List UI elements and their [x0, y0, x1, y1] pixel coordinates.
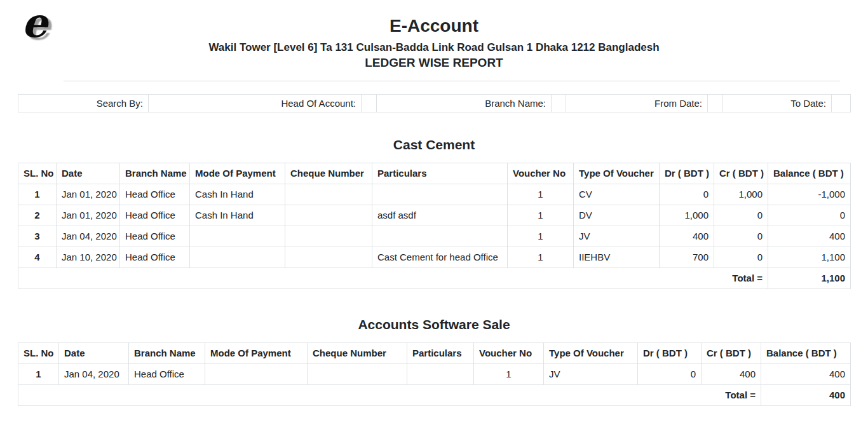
- column-header-branch-name: Branch Name: [120, 163, 190, 184]
- total-label: Total =: [18, 384, 761, 405]
- ledger-section-title: Accounts Software Sale: [0, 317, 868, 332]
- column-header-cheque-number: Cheque Number: [285, 163, 372, 184]
- cell-balance-bdt: -1,000: [768, 184, 851, 205]
- cell-cheque-number: [285, 205, 372, 226]
- cell-branch-name: Head Office: [120, 184, 190, 205]
- column-header-type-of-voucher: Type Of Voucher: [544, 342, 638, 363]
- cell-date: Jan 01, 2020: [57, 205, 120, 226]
- column-header-balance-bdt: Balance ( BDT ): [768, 163, 851, 184]
- cell-cr-bdt: 0: [714, 247, 768, 268]
- cell-mode-of-payment: Cash In Hand: [190, 205, 285, 226]
- cell-cheque-number: [285, 247, 372, 268]
- cell-cr-bdt: 0: [714, 205, 768, 226]
- cell-sl-no: 4: [18, 247, 57, 268]
- column-header-cr-bdt: Cr ( BDT ): [702, 342, 761, 363]
- cell-type-of-voucher: IIEHBV: [574, 247, 660, 268]
- total-row: Total =1,100: [18, 268, 851, 288]
- column-header-particulars: Particulars: [407, 342, 474, 363]
- cell-cr-bdt: 1,000: [714, 184, 768, 205]
- column-header-mode-of-payment: Mode Of Payment: [190, 163, 285, 184]
- report-header: e E-Account Wakil Tower [Level 6] Ta 131…: [0, 0, 868, 70]
- table-row: 2Jan 01, 2020Head OfficeCash In Handasdf…: [18, 205, 851, 226]
- cell-dr-bdt: 0: [638, 363, 702, 384]
- cell-balance-bdt: 0: [768, 205, 851, 226]
- cell-mode-of-payment: [190, 247, 285, 268]
- cell-dr-bdt: 700: [660, 247, 714, 268]
- cell-balance-bdt: 400: [768, 226, 851, 247]
- cell-balance-bdt: 400: [761, 363, 851, 384]
- table-row: 3Jan 04, 2020Head Office1JV4000400: [18, 226, 851, 247]
- cell-voucher-no: 1: [508, 226, 574, 247]
- filter-label-head-of-account: Head Of Account:: [149, 94, 362, 112]
- cell-sl-no: 3: [18, 226, 57, 247]
- cell-dr-bdt: 400: [660, 226, 714, 247]
- cell-cr-bdt: 0: [714, 226, 768, 247]
- cell-particulars: asdf asdf: [372, 205, 508, 226]
- cell-mode-of-payment: [190, 226, 285, 247]
- table-row: 1Jan 04, 2020Head Office1JV0400400: [18, 363, 851, 384]
- column-header-cheque-number: Cheque Number: [308, 342, 407, 363]
- to-date-input[interactable]: [832, 94, 851, 112]
- cell-dr-bdt: 0: [660, 184, 714, 205]
- filter-label-from-date: From Date:: [566, 94, 708, 112]
- cell-mode-of-payment: Cash In Hand: [190, 184, 285, 205]
- header-row: SL. NoDateBranch NameMode Of PaymentCheq…: [18, 163, 851, 184]
- report-title: LEDGER WISE REPORT: [0, 56, 868, 70]
- from-date-input[interactable]: [708, 94, 723, 112]
- cell-type-of-voucher: JV: [574, 226, 660, 247]
- cell-balance-bdt: 1,100: [768, 247, 851, 268]
- cell-type-of-voucher: DV: [574, 205, 660, 226]
- ledger-table-accounts-software-sale: SL. NoDateBranch NameMode Of PaymentCheq…: [18, 342, 851, 406]
- cell-particulars: [372, 226, 508, 247]
- cell-type-of-voucher: JV: [544, 363, 638, 384]
- cell-particulars: [407, 363, 474, 384]
- cell-particulars: [372, 184, 508, 205]
- cell-cheque-number: [308, 363, 407, 384]
- company-address: Wakil Tower [Level 6] Ta 131 Culsan-Badd…: [0, 41, 868, 54]
- cell-date: Jan 10, 2020: [57, 247, 120, 268]
- head-of-account-input[interactable]: [362, 94, 377, 112]
- filter-label-to-date: To Date:: [723, 94, 832, 112]
- column-header-dr-bdt: Dr ( BDT ): [660, 163, 714, 184]
- column-header-voucher-no: Voucher No: [508, 163, 574, 184]
- cell-mode-of-payment: [205, 363, 308, 384]
- cell-date: Jan 04, 2020: [57, 226, 120, 247]
- cell-voucher-no: 1: [474, 363, 544, 384]
- cell-sl-no: 1: [18, 184, 57, 205]
- cell-voucher-no: 1: [508, 184, 574, 205]
- column-header-cr-bdt: Cr ( BDT ): [714, 163, 768, 184]
- cell-voucher-no: 1: [508, 205, 574, 226]
- header-divider: [64, 81, 840, 81]
- cell-branch-name: Head Office: [129, 363, 205, 384]
- column-header-voucher-no: Voucher No: [474, 342, 544, 363]
- cell-sl-no: 2: [18, 205, 57, 226]
- column-header-dr-bdt: Dr ( BDT ): [638, 342, 702, 363]
- ledger-section-title: Cast Cement: [0, 137, 868, 153]
- column-header-particulars: Particulars: [372, 163, 508, 184]
- cell-branch-name: Head Office: [120, 247, 190, 268]
- ledger-table-cast-cement: SL. NoDateBranch NameMode Of PaymentCheq…: [18, 163, 851, 289]
- filter-label-branch-name: Branch Name:: [377, 94, 552, 112]
- cell-branch-name: Head Office: [120, 205, 190, 226]
- page-title: E-Account: [0, 17, 868, 36]
- column-header-balance-bdt: Balance ( BDT ): [761, 342, 851, 363]
- branch-name-input[interactable]: [552, 94, 566, 112]
- filter-label-search-by: Search By:: [18, 94, 149, 112]
- total-value: 1,100: [768, 268, 851, 288]
- column-header-type-of-voucher: Type Of Voucher: [574, 163, 660, 184]
- cell-cheque-number: [285, 184, 372, 205]
- cell-cheque-number: [285, 226, 372, 247]
- total-label: Total =: [18, 268, 768, 288]
- cell-branch-name: Head Office: [120, 226, 190, 247]
- column-header-branch-name: Branch Name: [129, 342, 205, 363]
- cell-type-of-voucher: CV: [574, 184, 660, 205]
- cell-date: Jan 01, 2020: [57, 184, 120, 205]
- table-row: 1Jan 01, 2020Head OfficeCash In Hand1CV0…: [18, 184, 851, 205]
- column-header-date: Date: [59, 342, 129, 363]
- column-header-sl-no: SL. No: [18, 342, 59, 363]
- cell-date: Jan 04, 2020: [59, 363, 129, 384]
- column-header-sl-no: SL. No: [18, 163, 57, 184]
- cell-dr-bdt: 1,000: [660, 205, 714, 226]
- header-row: SL. NoDateBranch NameMode Of PaymentCheq…: [18, 342, 851, 363]
- column-header-mode-of-payment: Mode Of Payment: [205, 342, 308, 363]
